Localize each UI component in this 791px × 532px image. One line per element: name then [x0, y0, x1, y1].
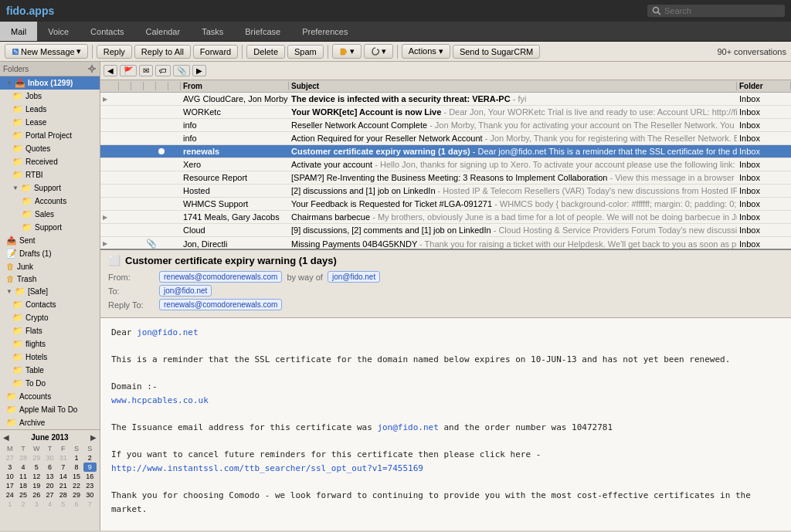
- cal-day[interactable]: 5: [30, 463, 43, 472]
- search-input[interactable]: [664, 6, 780, 15]
- cal-day[interactable]: 29: [30, 453, 43, 463]
- tab-briefcase[interactable]: Briefcase: [234, 22, 291, 41]
- delete-button[interactable]: Delete: [246, 45, 285, 59]
- calendar-next-button[interactable]: ▶: [90, 433, 97, 442]
- to-address-tag[interactable]: jon@fido.net: [159, 285, 212, 296]
- email-row[interactable]: ▶ 📎 Jon, Directli Missing Payments 04B4G…: [100, 237, 791, 250]
- cal-day[interactable]: 3: [30, 500, 43, 509]
- tab-calendar[interactable]: Calendar: [135, 22, 192, 41]
- cal-day[interactable]: 28: [16, 453, 29, 463]
- email-row[interactable]: Xero Activate your account - Hello Jon, …: [100, 158, 791, 171]
- sidebar-item-quotes[interactable]: 📁 Quotes: [0, 142, 100, 155]
- sidebar-item-support-sub[interactable]: 📁 Support: [0, 221, 100, 234]
- tab-tasks[interactable]: Tasks: [191, 22, 234, 41]
- tab-mail[interactable]: Mail: [0, 22, 37, 41]
- cal-day[interactable]: 2: [16, 500, 29, 509]
- cancel-link[interactable]: http://www.instantssl.com/ttb_searcher/s…: [111, 463, 423, 473]
- sidebar-item-leads[interactable]: 📁 Leads: [0, 103, 100, 116]
- sidebar-item-accounts[interactable]: 📁 Accounts: [0, 195, 100, 208]
- sidebar-item-flats[interactable]: 📁 Flats: [0, 324, 100, 337]
- col-from[interactable]: From: [181, 82, 289, 90]
- send-sugar-button[interactable]: Send to SugarCRM: [453, 45, 540, 59]
- tab-voice[interactable]: Voice: [37, 22, 80, 41]
- spam-button[interactable]: Spam: [287, 45, 324, 59]
- cal-day[interactable]: 24: [3, 490, 16, 500]
- cal-day[interactable]: 18: [16, 481, 29, 490]
- cal-day[interactable]: 22: [70, 481, 83, 490]
- search-bar[interactable]: [647, 5, 785, 17]
- sidebar-item-lease[interactable]: 📁 Lease: [0, 116, 100, 129]
- cal-day[interactable]: 28: [56, 490, 70, 500]
- folders-gear-icon[interactable]: [87, 64, 97, 73]
- sidebar-item-received[interactable]: 📁 Received: [0, 155, 100, 168]
- email-row[interactable]: Cloud [9] discussions, [2] comments and …: [100, 224, 791, 237]
- cal-day[interactable]: 15: [70, 472, 83, 481]
- actions-button[interactable]: Actions ▾: [402, 44, 450, 59]
- cal-day[interactable]: 10: [3, 472, 16, 481]
- col-subject[interactable]: Subject: [289, 82, 737, 90]
- cal-day[interactable]: 11: [16, 472, 29, 481]
- cal-day[interactable]: 12: [30, 472, 43, 481]
- calendar-prev-button[interactable]: ◀: [3, 433, 9, 442]
- email-row-selected[interactable]: renewals Customer certificate expiry war…: [100, 145, 791, 158]
- cal-day[interactable]: 30: [83, 490, 97, 500]
- email-toolbar-tag-button[interactable]: 🏷: [155, 65, 171, 76]
- tab-preferences[interactable]: Preferences: [291, 22, 358, 41]
- sidebar-item-rtbi[interactable]: 📁 RTBI: [0, 168, 100, 181]
- sidebar-item-accounts2[interactable]: 📁 Accounts: [0, 390, 100, 403]
- sidebar-item-todo[interactable]: 📁 To Do: [0, 377, 100, 390]
- sidebar-item-hotels[interactable]: 📁 Hotels: [0, 351, 100, 364]
- sidebar-item-apple-mail[interactable]: 📁 Apple Mail To Do: [0, 403, 100, 416]
- tag-button[interactable]: ▾: [332, 44, 362, 59]
- cal-day[interactable]: 25: [16, 490, 29, 500]
- sidebar-item-contacts[interactable]: 📁 Contacts: [0, 298, 100, 311]
- cal-day[interactable]: 1: [70, 453, 83, 463]
- sidebar-item-inbox[interactable]: ▼ 📥 Inbox (1299): [0, 76, 100, 90]
- sidebar-item-junk[interactable]: 🗑 Junk: [0, 260, 100, 273]
- email-toolbar-prev-button[interactable]: ◀: [104, 65, 117, 76]
- domain-link[interactable]: www.hcpcables.co.uk: [111, 395, 209, 405]
- sidebar-item-sales[interactable]: 📁 Sales: [0, 208, 100, 221]
- sidebar-item-safe[interactable]: ▼ 📁 [Safe]: [0, 285, 100, 298]
- cal-day[interactable]: 21: [56, 481, 70, 490]
- cal-day[interactable]: 4: [16, 463, 29, 472]
- reply-all-button[interactable]: Reply to All: [134, 45, 191, 59]
- email-row[interactable]: Hosted [2] discussions and [1] job on Li…: [100, 185, 791, 198]
- cal-day[interactable]: 17: [3, 481, 16, 490]
- attach-button[interactable]: ▾: [364, 44, 393, 59]
- cal-day[interactable]: 26: [30, 490, 43, 500]
- cal-day[interactable]: 31: [56, 453, 70, 463]
- sidebar-item-support[interactable]: ▼ 📁 Support: [0, 181, 100, 195]
- from-address-tag[interactable]: renewals@comodorenewals.com: [159, 271, 282, 283]
- email-row[interactable]: WHMCS Support Your Feedback is Requested…: [100, 198, 791, 211]
- reply-to-address-tag[interactable]: renewals@comodorenewals.com: [159, 299, 282, 310]
- body-recipient-link[interactable]: jon@fido.net: [137, 327, 198, 337]
- cal-day[interactable]: 4: [43, 500, 56, 509]
- email-row[interactable]: info Reseller Network Account Complete -…: [100, 119, 791, 132]
- new-message-dropdown[interactable]: ▾: [76, 46, 81, 56]
- sidebar-item-portal[interactable]: 📁 Portal Project: [0, 129, 100, 142]
- email-toolbar-flag-button[interactable]: 🚩: [120, 65, 137, 76]
- email-row[interactable]: WORKetc Your WORK[etc] Account is now Li…: [100, 106, 791, 119]
- sidebar-item-jobs[interactable]: 📁 Jobs: [0, 90, 100, 103]
- new-message-button[interactable]: ✎ New Message ▾: [5, 44, 88, 59]
- email-row[interactable]: info Action Required for your Reseller N…: [100, 132, 791, 145]
- cal-day-today[interactable]: 9: [83, 463, 97, 472]
- cal-day[interactable]: 30: [43, 453, 56, 463]
- cal-day[interactable]: 14: [56, 472, 70, 481]
- cal-day[interactable]: 20: [43, 481, 56, 490]
- cal-day[interactable]: 3: [3, 463, 16, 472]
- cal-day[interactable]: 2: [83, 453, 97, 463]
- email-row[interactable]: ▶ 1741 Meals, Gary Jacobs Chairmans barb…: [100, 211, 791, 224]
- sidebar-item-crypto[interactable]: 📁 Crypto: [0, 311, 100, 324]
- cal-day[interactable]: 29: [70, 490, 83, 500]
- tab-contacts[interactable]: Contacts: [80, 22, 134, 41]
- cal-day[interactable]: 7: [56, 463, 70, 472]
- cal-day[interactable]: 27: [3, 453, 16, 463]
- sidebar-item-drafts[interactable]: 📝 Drafts (1): [0, 247, 100, 260]
- cal-day[interactable]: 6: [43, 463, 56, 472]
- sidebar-item-flights[interactable]: 📁 flights: [0, 337, 100, 351]
- email-toolbar-read-button[interactable]: ✉: [139, 65, 153, 76]
- cal-day[interactable]: 16: [83, 472, 97, 481]
- cal-day[interactable]: 27: [43, 490, 56, 500]
